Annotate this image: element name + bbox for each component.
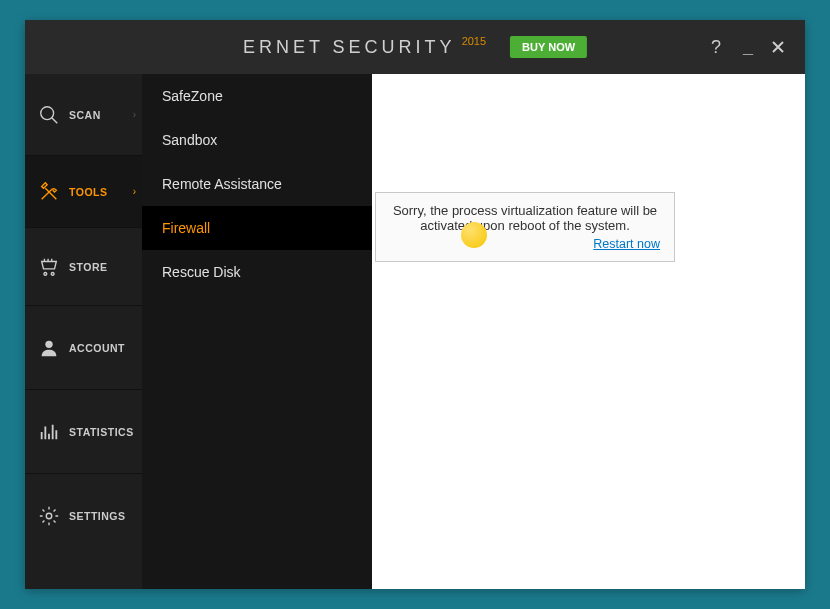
cart-icon xyxy=(37,255,61,279)
submenu-item-rescue-disk[interactable]: Rescue Disk xyxy=(142,250,372,294)
user-icon xyxy=(37,336,61,360)
sidebar-label: ACCOUNT xyxy=(69,342,125,354)
sidebar-item-statistics[interactable]: STATISTICS xyxy=(25,390,142,474)
sidebar-label: STATISTICS xyxy=(69,426,134,438)
notification-line: activated upon reboot of the system. xyxy=(390,218,660,233)
sidebar-item-settings[interactable]: SETTINGS xyxy=(25,474,142,558)
help-icon[interactable]: ? xyxy=(707,37,725,58)
sidebar-label: SETTINGS xyxy=(69,510,126,522)
sidebar-item-scan[interactable]: SCAN › xyxy=(25,74,142,156)
notification-box: Sorry, the process virtualization featur… xyxy=(375,192,675,262)
app-year: 2015 xyxy=(462,35,486,47)
search-icon xyxy=(37,103,61,127)
submenu-item-sandbox[interactable]: Sandbox xyxy=(142,118,372,162)
chevron-right-icon: › xyxy=(133,186,136,197)
app-title: ERNET SECURITY xyxy=(243,37,456,58)
gear-icon xyxy=(37,504,61,528)
submenu-item-safezone[interactable]: SafeZone xyxy=(142,74,372,118)
sidebar: OVERVIEW SCAN › TOOLS › STORE xyxy=(25,74,142,589)
app-window: ERNET SECURITY 2015 BUY NOW ? _ OVERVIEW xyxy=(25,20,805,589)
notification-line: Sorry, the process virtualization featur… xyxy=(390,203,660,218)
sidebar-label: STORE xyxy=(69,261,107,273)
window-controls: ? _ xyxy=(707,37,789,58)
close-icon[interactable] xyxy=(771,40,789,54)
svg-point-2 xyxy=(46,513,52,519)
sidebar-item-account[interactable]: ACCOUNT xyxy=(25,306,142,390)
chevron-right-icon: › xyxy=(133,109,136,120)
submenu-item-remote-assistance[interactable]: Remote Assistance xyxy=(142,162,372,206)
restart-now-link[interactable]: Restart now xyxy=(390,237,660,251)
svg-point-0 xyxy=(41,106,54,119)
svg-point-1 xyxy=(45,340,52,347)
sidebar-item-store[interactable]: STORE xyxy=(25,228,142,306)
buy-now-button[interactable]: BUY NOW xyxy=(510,36,587,58)
tools-icon xyxy=(37,180,61,204)
window-body: OVERVIEW SCAN › TOOLS › STORE xyxy=(25,74,805,589)
tools-submenu: SecureLine VPN SafeZone Sandbox Remote A… xyxy=(142,74,372,589)
sidebar-label: SCAN xyxy=(69,109,101,121)
submenu-item-firewall[interactable]: Firewall xyxy=(142,206,372,250)
title-bar: ERNET SECURITY 2015 BUY NOW ? _ xyxy=(25,20,805,74)
title-wrap: ERNET SECURITY 2015 BUY NOW xyxy=(243,36,587,58)
sidebar-label: TOOLS xyxy=(69,186,107,198)
minimize-icon[interactable]: _ xyxy=(739,37,757,58)
sidebar-item-tools[interactable]: TOOLS › xyxy=(25,156,142,228)
warning-icon xyxy=(461,222,487,248)
bars-icon xyxy=(37,420,61,444)
